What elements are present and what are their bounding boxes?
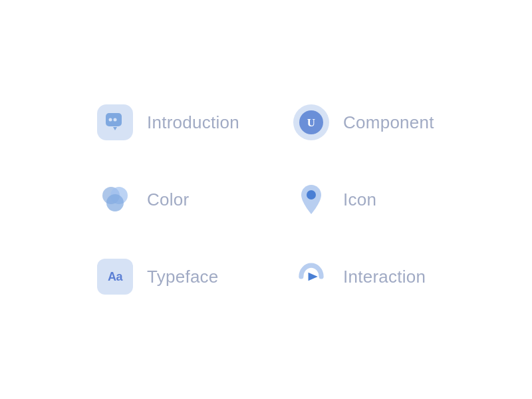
icon-label: Icon <box>343 190 376 210</box>
svg-point-1 <box>109 118 112 122</box>
menu-item-icon[interactable]: Icon <box>293 181 436 218</box>
introduction-label: Introduction <box>147 112 239 133</box>
introduction-icon <box>97 104 133 140</box>
svg-point-2 <box>114 118 117 122</box>
typeface-label: Typeface <box>147 267 219 287</box>
interaction-label: Interaction <box>343 267 426 287</box>
introduction-icon-svg <box>105 112 125 132</box>
svg-marker-7 <box>309 273 318 281</box>
menu-item-typeface[interactable]: Aa Typeface <box>96 258 239 295</box>
menu-item-component[interactable]: U Component <box>293 104 436 141</box>
svg-point-6 <box>307 190 316 200</box>
typeface-icon: Aa <box>97 259 133 295</box>
map-pin-icon <box>293 182 329 217</box>
component-icon: U <box>293 104 329 140</box>
main-menu: Introduction U Component Color <box>70 77 462 322</box>
svg-point-5 <box>106 194 124 211</box>
interaction-icon <box>293 259 329 295</box>
menu-item-introduction[interactable]: Introduction <box>96 104 239 141</box>
color-icon <box>97 182 133 217</box>
menu-item-interaction[interactable]: Interaction <box>293 258 436 295</box>
color-label: Color <box>147 190 189 210</box>
menu-item-color[interactable]: Color <box>96 181 239 218</box>
component-label: Component <box>343 112 434 133</box>
